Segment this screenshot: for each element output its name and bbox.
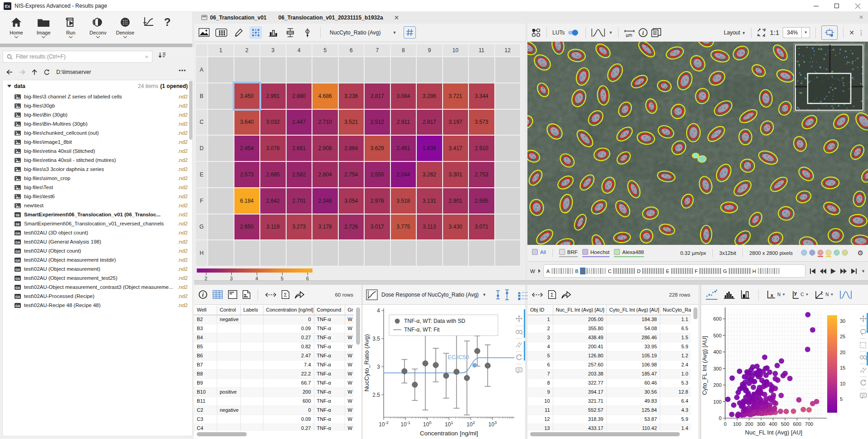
table-row[interactable]: 8322.7760.465.3 [527, 378, 691, 387]
col-header[interactable]: NucCyto_Ra [660, 305, 691, 315]
show-values-icon[interactable] [404, 26, 416, 39]
zoom-select-icon[interactable] [515, 326, 522, 337]
well-cell-F1[interactable] [208, 188, 234, 214]
table-row[interactable]: B50.82TNF-αW [194, 342, 354, 351]
table-row[interactable]: B77.4TNF-αW [194, 360, 354, 369]
report-view-icon[interactable] [243, 290, 250, 299]
col-header[interactable]: Obj ID [527, 305, 553, 315]
errorbar-small-icon[interactable] [495, 290, 501, 300]
ribbon-chart-button[interactable] [140, 15, 158, 29]
well-cell-E3[interactable]: 2.665 [260, 162, 286, 187]
well-cell-A11[interactable] [469, 57, 494, 83]
object-hscrollbar[interactable] [530, 432, 680, 436]
table-row[interactable]: B10positive200TNF-αW [194, 387, 354, 396]
well-cell-C2[interactable]: 3.640 [234, 110, 260, 135]
well-cell-H11[interactable] [469, 240, 494, 266]
play-icon[interactable] [831, 268, 836, 274]
well-cell-B12[interactable] [495, 83, 521, 109]
well-cell-H7[interactable] [365, 240, 390, 266]
table-row[interactable]: 11552.57125.844.3 [527, 405, 691, 415]
well-bar[interactable]: ABCDEFGH [543, 264, 805, 278]
export-excel-icon[interactable]: Σ [282, 290, 289, 299]
horizontal-splitter[interactable] [194, 280, 868, 285]
well-cell-G7[interactable]: 3.017 [365, 215, 390, 240]
well-cell-H5[interactable] [312, 240, 338, 266]
file-item[interactable]: big-files\Test.nd2 [3, 183, 192, 192]
plate-row-header[interactable]: C [196, 110, 207, 135]
file-item[interactable]: big-files\retina 40xsil (Stitched).nd2 [3, 146, 192, 156]
ribbon-image-button[interactable]: Image [31, 15, 56, 38]
well-cell-E8[interactable]: 2.044 [391, 162, 416, 187]
channel-hoechst[interactable]: Hoechst [582, 249, 610, 257]
table-row[interactable]: 6257.60106.982.4 [527, 360, 691, 369]
well-cell-C1[interactable] [208, 110, 234, 135]
col-header[interactable]: Concentration [ng/ml] [263, 305, 314, 315]
file-item[interactable]: big-files\30gb.nd2 [3, 101, 192, 110]
marquee-select-icon[interactable] [860, 338, 866, 349]
well-cell-C7[interactable]: 2.512 [365, 110, 390, 135]
object-vscrollbar[interactable] [693, 307, 697, 319]
file-item[interactable]: GAtest\02AU (Object count).nd2 [3, 246, 192, 255]
heatmap-view-icon[interactable] [249, 26, 262, 39]
table-row[interactable]: B822.2TNF-αW [194, 369, 354, 378]
col-header[interactable]: Cyto_FL Int (Avg) [AU] [606, 305, 660, 315]
table-row[interactable]: B966.7TNF-αW [194, 378, 354, 387]
share-icon[interactable] [561, 291, 571, 299]
well-cell-D8[interactable]: 2.461 [391, 136, 416, 161]
well-cell-G1[interactable] [208, 215, 234, 240]
plate-row-header[interactable]: H [196, 240, 207, 266]
z-axis-select[interactable]: zN▼ [815, 290, 834, 299]
well-cell-A5[interactable] [312, 57, 338, 83]
well-cell-E1[interactable] [208, 162, 234, 187]
lasso-icon[interactable] [860, 326, 867, 337]
file-item[interactable]: GAtest\02AU (Object measurement_test25).… [3, 273, 192, 283]
summary-view-icon[interactable] [228, 290, 237, 299]
well-cell-G10[interactable]: 3.430 [443, 215, 468, 240]
well-cell-E5[interactable]: 2.804 [312, 162, 338, 187]
autoscale-icon[interactable] [860, 364, 867, 375]
well-section-G[interactable]: G [723, 268, 751, 274]
sort-icon[interactable] [158, 52, 166, 59]
histogram-view-icon[interactable] [724, 291, 735, 299]
well-cell-B6[interactable]: 3.236 [339, 83, 364, 109]
well-cell-H10[interactable] [443, 240, 468, 266]
well-cell-E4[interactable]: 2.582 [287, 162, 312, 187]
histogram-icon[interactable] [591, 28, 605, 37]
well-cell-H2[interactable] [234, 240, 260, 266]
well-cell-H1[interactable] [208, 240, 234, 266]
file-item[interactable]: big-files\s3 3color daphnia z series.nd2 [3, 165, 192, 174]
comment-icon[interactable] [516, 364, 522, 375]
ribbon-run-button[interactable]: Run [58, 15, 83, 38]
well-cell-C11[interactable]: 3.573 [469, 110, 494, 135]
table-row[interactable]: B30.09TNF-αW [194, 324, 354, 333]
well-cell-G12[interactable] [495, 215, 521, 240]
plate-col-header[interactable]: 5 [312, 44, 338, 56]
help-button[interactable]: ? [160, 15, 175, 29]
table-row[interactable]: 3438.49286.461.5 [527, 333, 691, 342]
well-cell-E2[interactable]: 2.573 [234, 162, 260, 187]
well-cell-D5[interactable]: 2.908 [312, 136, 338, 161]
curve-icon[interactable] [840, 290, 852, 299]
microscopy-image[interactable] [527, 42, 868, 245]
col-header[interactable]: Control [217, 305, 240, 315]
zoom-select-icon[interactable] [859, 351, 867, 362]
results-vscrollbar[interactable] [356, 307, 360, 345]
well-section-F[interactable]: F [695, 268, 722, 274]
viewer-close2-icon[interactable]: ✕ [849, 29, 854, 36]
well-cell-A1[interactable] [208, 57, 234, 83]
pan-icon[interactable] [860, 313, 867, 324]
channel-brf[interactable]: BRF [559, 249, 578, 257]
well-cell-G6[interactable]: 2.726 [339, 215, 364, 240]
well-cell-A8[interactable] [391, 57, 416, 83]
plate-row-header[interactable]: F [196, 188, 207, 214]
file-item[interactable]: SESmartExperiment\06_Translocation_v01_r… [3, 219, 192, 228]
ribbon-home-button[interactable]: Home [4, 15, 29, 38]
maximize-button[interactable] [826, 0, 847, 12]
well-cell-C10[interactable]: 3.197 [443, 110, 468, 135]
well-section-D[interactable]: D [637, 268, 664, 274]
table-row[interactable]: C2negative0TNF-αW [194, 405, 354, 415]
well-section-B[interactable]: B [575, 268, 606, 274]
table-row[interactable]: 12318.3953.875.9 [527, 415, 691, 424]
well-cell-B11[interactable]: 3.344 [469, 83, 494, 109]
well-cell-F8[interactable]: 3.518 [391, 188, 416, 214]
